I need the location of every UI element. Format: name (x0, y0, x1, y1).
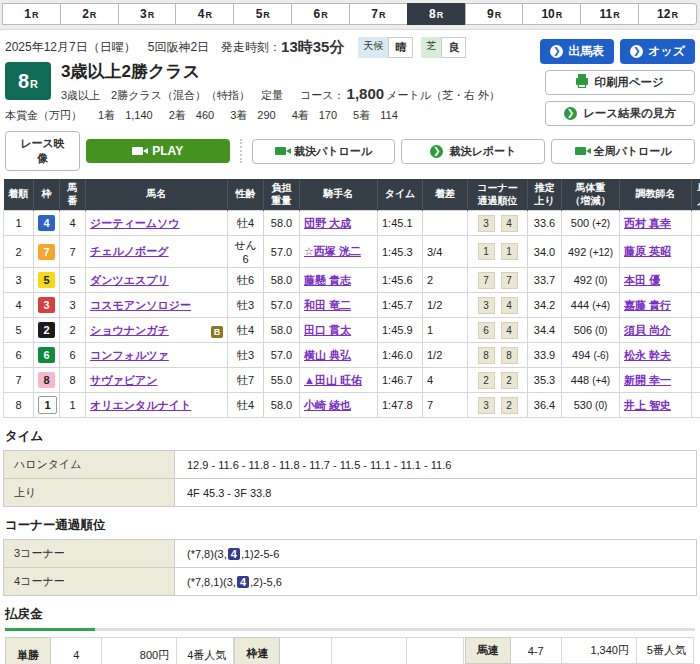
jockey-link[interactable]: 団野 大成 (304, 217, 351, 229)
course-label: コース： (300, 89, 345, 101)
corner-positions: 88 (468, 343, 528, 368)
sex-age: 牡7 (228, 368, 264, 393)
race-tab[interactable]: 11R (580, 3, 639, 25)
horse-name-link[interactable]: コスモアンソロジー (90, 299, 191, 311)
results-header-cell: 騎手名 (300, 179, 378, 211)
trainer-link[interactable]: 井上 智史 (624, 399, 671, 411)
entries-button[interactable]: ❯出馬表 (540, 39, 614, 64)
race-video-button[interactable]: レース映像 (5, 131, 80, 171)
corner-position: 2 (501, 372, 518, 389)
jockey-link[interactable]: 田口 貫太 (304, 324, 351, 336)
corner-table: 3コーナー (*7,8)(3,4,1)2-5-6 4コーナー (*7,8,1)(… (3, 539, 697, 596)
horse-name-link[interactable]: ダンツエスプリ (90, 274, 169, 286)
corner-positions: 22 (468, 368, 528, 393)
result-row: 2 7 7 チェルノボーグ せん6 57.0 ☆西塚 洸二 1:45.3 3/4… (4, 236, 700, 268)
last-up-value: 4F 45.3 - 3F 33.8 (175, 479, 697, 507)
corner-position: 6 (478, 322, 495, 339)
race-tab-number: 4 (198, 7, 205, 21)
trainer-link[interactable]: 松永 幹夫 (624, 349, 671, 361)
results-header-cell: 枠 (34, 179, 60, 211)
race-tab[interactable]: 6R (291, 3, 350, 25)
stewards-patrol-button[interactable]: 裁決パトロール (252, 139, 396, 164)
finish-time: 1:45.6 (378, 268, 423, 293)
corner-position: 8 (478, 347, 495, 364)
stewards-report-button[interactable]: ❯裁決レポート (401, 139, 545, 164)
race-tab-list: 1R 2R 3R 4R 5R 6R (3, 3, 697, 25)
trainer-link[interactable]: 新開 幸一 (624, 374, 671, 386)
payout-table-right: 馬連 4-7 1,340円 5番人気 馬単 4-7 3,500円 13番人気 (464, 637, 695, 664)
trainer-link[interactable]: 本田 優 (624, 274, 660, 286)
divider (240, 139, 242, 163)
race-tab[interactable]: 2R (60, 3, 119, 25)
sex-age: 牡4 (228, 211, 264, 236)
results-header-cell: コーナー 通過順位 (468, 179, 528, 211)
prize-label: 本賞金（万円） (5, 109, 82, 121)
race-meeting: 5回阪神2日 (148, 39, 209, 56)
sex-age: 牡3 (228, 343, 264, 368)
horse-name-link[interactable]: チェルノボーグ (90, 245, 169, 257)
corner-position: 4 (501, 215, 518, 232)
horse-weight: 494(-6) (562, 343, 620, 368)
print-page-button[interactable]: 印刷用ページ (545, 70, 695, 95)
trainer-link[interactable]: 嘉藤 貴行 (624, 299, 671, 311)
race-tab[interactable]: 3R (118, 3, 177, 25)
margin (423, 211, 468, 236)
bracket-quinella-amount (331, 638, 406, 664)
corner3-after: ,1)2-5-6 (241, 548, 280, 560)
carried-weight: 57.0 (264, 293, 300, 318)
finish-position: 5 (4, 318, 34, 343)
all-round-patrol-button[interactable]: 全周パトロール (551, 139, 695, 164)
race-tab[interactable]: 12R (638, 3, 697, 25)
win-favorite-rank: 2 (692, 236, 700, 268)
odds-button[interactable]: ❯オッズ (620, 39, 695, 64)
win-number: 4 (51, 638, 102, 664)
jockey-link[interactable]: 小崎 綾也 (304, 399, 351, 411)
corner-position: 2 (501, 397, 518, 414)
trainer-link[interactable]: 藤原 英昭 (624, 245, 671, 257)
chevron-circle-icon: ❯ (564, 107, 577, 120)
race-tab-suffix: R (205, 10, 212, 20)
race-tab[interactable]: 9R (465, 3, 524, 25)
corner-positions: 34 (468, 211, 528, 236)
race-tab[interactable]: 8R (407, 3, 466, 25)
race-tab-suffix: R (321, 10, 328, 20)
last-3f-time: 33.7 (528, 268, 562, 293)
jockey-link[interactable]: ▲田山 旺佑 (304, 374, 362, 386)
stewards-report-label: 裁決レポート (449, 144, 516, 159)
prize-rank: 1着 (98, 109, 115, 121)
result-guide-button[interactable]: ❯レース結果の見方 (545, 101, 695, 126)
horse-name-link[interactable]: ショウナンガチ (90, 324, 169, 336)
carried-weight: 55.0 (264, 368, 300, 393)
prize-amount: 290 (257, 109, 275, 121)
jockey-link[interactable]: 横山 典弘 (304, 349, 351, 361)
race-tab[interactable]: 4R (175, 3, 234, 25)
race-tab[interactable]: 1R (2, 3, 61, 25)
bracket-quinella-number (280, 638, 331, 664)
race-tab[interactable]: 5R (233, 3, 292, 25)
horse-weight-value: 444 (571, 299, 589, 311)
margin: 4 (423, 368, 468, 393)
finish-time: 1:45.3 (378, 236, 423, 268)
favorite-rank: 5番人気 (636, 638, 693, 664)
horse-name-link[interactable]: サヴァビアン (90, 374, 158, 386)
play-button[interactable]: PLAY (86, 139, 230, 163)
win-favorite-rank: 7 (692, 393, 700, 418)
trainer-link[interactable]: 須貝 尚介 (624, 324, 671, 336)
horse-name-link[interactable]: コンフォルツァ (90, 349, 169, 361)
trainer-link[interactable]: 西村 真幸 (624, 217, 671, 229)
race-tab[interactable]: 7R (349, 3, 408, 25)
horse-name-link[interactable]: オリエンタルナイト (90, 399, 191, 411)
last-up-label: 上り (4, 479, 175, 507)
race-tab-number: 11 (600, 7, 613, 21)
race-tab[interactable]: 10R (522, 3, 581, 25)
horse-name-link[interactable]: ジーティームソウ (90, 217, 180, 229)
jockey-link[interactable]: 藤懸 貴志 (304, 274, 351, 286)
chevron-circle-icon: ❯ (430, 145, 443, 158)
jockey-link[interactable]: ☆西塚 洸二 (304, 245, 361, 257)
payout-table-middle: 枠連 ワイド 4-7 410円 5番人気 4-5 1,440円 14番人気 (234, 637, 463, 664)
last-3f-time: 34.4 (528, 318, 562, 343)
last-up-row: 上り 4F 45.3 - 3F 33.8 (4, 479, 697, 507)
horse-number: 4 (60, 211, 86, 236)
win-amount: 800円 (102, 638, 177, 664)
jockey-link[interactable]: 和田 竜二 (304, 299, 351, 311)
